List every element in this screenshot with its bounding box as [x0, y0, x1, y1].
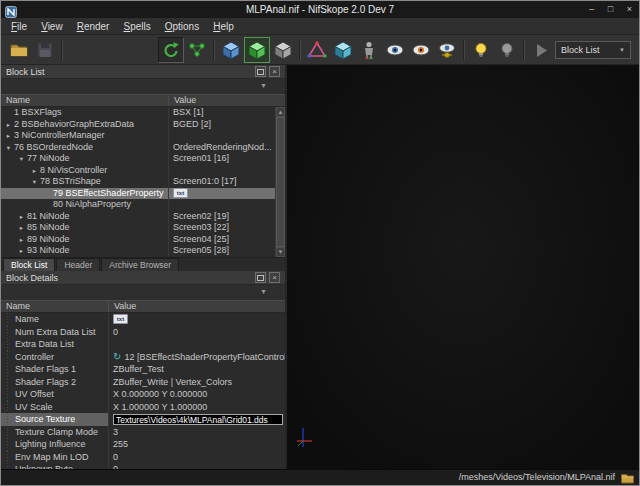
vertex-color-icon[interactable] — [304, 37, 330, 63]
detail-row[interactable]: Controller↻12 [BSEffectShaderPropertyFlo… — [1, 351, 285, 364]
scrollbar-thumb[interactable] — [276, 117, 285, 247]
detail-name-cell[interactable]: UV Scale — [1, 401, 109, 414]
3d-viewport[interactable] — [287, 65, 639, 469]
eye-highlight-icon[interactable] — [408, 37, 434, 63]
cube-green-view-icon[interactable] — [244, 37, 270, 63]
block-list-scrollbar[interactable]: ▲ ▼ — [275, 107, 285, 257]
detail-row[interactable]: Texture Clamp Mode3 — [1, 426, 285, 439]
block-list-row[interactable]: ▸93 NiNodeScreen05 [28] — [1, 245, 285, 257]
detail-name-cell[interactable]: Controller — [1, 351, 109, 364]
block-list-row[interactable]: 80 NiAlphaProperty — [1, 199, 285, 211]
column-header-name[interactable]: Name — [1, 95, 169, 106]
detail-name-cell[interactable]: Shader Flags 1 — [1, 363, 109, 376]
menu-view[interactable]: View — [34, 20, 70, 33]
detail-row[interactable]: UV OffsetX 0.000000 Y 0.000000 — [1, 388, 285, 401]
block-list-row[interactable]: ▸2 BSBehaviorGraphExtraDataBGED [2] — [1, 119, 285, 131]
close-button[interactable]: × — [620, 2, 639, 17]
expand-arrow-icon[interactable]: ▸ — [3, 119, 14, 131]
expand-arrow-icon[interactable]: ▸ — [3, 130, 14, 142]
menu-help[interactable]: Help — [206, 20, 241, 33]
menu-file[interactable]: File — [4, 20, 34, 33]
column-header-value[interactable]: Value — [109, 301, 285, 312]
detail-value-cell[interactable]: X 0.000000 Y 0.000000 — [109, 388, 285, 401]
detail-row[interactable]: Source TextureTextures\Videos\4k\MLPAnal… — [1, 413, 285, 426]
titlebar[interactable]: MLPAnal.nif - NifSkope 2.0 Dev 7 – □ × — [1, 1, 639, 18]
expand-arrow-icon[interactable]: ▸ — [16, 222, 27, 234]
tab-block-list[interactable]: Block List — [3, 258, 55, 271]
reset-view-icon[interactable] — [158, 37, 184, 63]
column-header-value[interactable]: Value — [169, 95, 285, 106]
collapse-arrow-icon[interactable]: ▾ — [16, 153, 27, 165]
detail-value-cell[interactable]: X 1.000000 Y 1.000000 — [109, 401, 285, 414]
detail-name-cell[interactable]: Texture Clamp Mode — [1, 426, 109, 439]
detail-name-cell[interactable]: Num Extra Data List — [1, 326, 109, 339]
minimize-button[interactable]: – — [582, 2, 601, 17]
block-list-row[interactable]: ▾76 BSOrderedNodeOrderedRenderingNod... — [1, 142, 285, 154]
block-list-row[interactable]: ▸8 NiVisController — [1, 165, 285, 177]
block-details-panel-header[interactable]: Block Details × — [1, 271, 285, 285]
detail-row[interactable]: Num Extra Data List0 — [1, 326, 285, 339]
block-list-row[interactable]: ▸81 NiNodeScreen02 [19] — [1, 211, 285, 223]
chevron-down-icon[interactable]: ▼ — [260, 288, 267, 296]
detail-row[interactable]: Nametxt — [1, 313, 285, 326]
eye-settings-icon[interactable] — [434, 37, 460, 63]
detail-row[interactable]: Env Map Min LOD0 — [1, 451, 285, 464]
detail-name-cell[interactable]: Name — [1, 313, 109, 326]
scroll-down-icon[interactable]: ▼ — [276, 247, 285, 257]
block-details-columns[interactable]: Name Value — [1, 300, 285, 313]
light-on-icon[interactable] — [468, 37, 494, 63]
chevron-down-icon[interactable]: ▼ — [260, 82, 267, 90]
scene-graph-icon[interactable] — [184, 37, 210, 63]
block-list-row[interactable]: ▸89 NiNodeScreen04 [25] — [1, 234, 285, 246]
detail-row[interactable]: Shader Flags 1ZBuffer_Test — [1, 363, 285, 376]
save-file-icon[interactable] — [32, 37, 58, 63]
detail-value-cell[interactable]: 0 — [109, 451, 285, 464]
float-panel-icon[interactable] — [255, 66, 266, 77]
detail-name-cell[interactable]: Shader Flags 2 — [1, 376, 109, 389]
detail-value-cell[interactable]: 3 — [109, 426, 285, 439]
detail-name-cell[interactable]: Env Map Min LOD — [1, 451, 109, 464]
detail-row[interactable]: Extra Data List — [1, 338, 285, 351]
block-list-row[interactable]: ▾78 BSTriShapeScreen01:0 [17] — [1, 176, 285, 188]
cube-blue-view-icon[interactable] — [218, 37, 244, 63]
block-list-columns[interactable]: Name Value — [1, 94, 285, 107]
folder-icon[interactable] — [621, 472, 634, 486]
cube-gray-view-icon[interactable] — [270, 37, 296, 63]
close-panel-icon[interactable]: × — [269, 272, 280, 283]
detail-name-cell[interactable]: Lighting Influence — [1, 438, 109, 451]
tab-archive-browser[interactable]: Archive Browser — [101, 258, 179, 271]
detail-value-cell[interactable]: Textures\Videos\4k\MLPAnal\Grid01.dds — [109, 413, 285, 426]
detail-row[interactable]: UV ScaleX 1.000000 Y 1.000000 — [1, 401, 285, 414]
menu-options[interactable]: Options — [158, 20, 206, 33]
detail-value-cell[interactable] — [109, 338, 285, 351]
tab-header[interactable]: Header — [56, 258, 100, 271]
textures-cube-icon[interactable] — [330, 37, 356, 63]
collapse-arrow-icon[interactable]: ▾ — [3, 142, 14, 154]
block-list-row[interactable]: ▸3 NiControllerManager — [1, 130, 285, 142]
block-list-row[interactable]: 1 BSXFlagsBSX [1] — [1, 107, 285, 119]
close-panel-icon[interactable]: × — [269, 66, 280, 77]
detail-name-cell[interactable]: Source Texture — [1, 413, 109, 426]
scroll-up-icon[interactable]: ▲ — [276, 107, 285, 117]
detail-value-cell[interactable]: ZBuffer_Test — [109, 363, 285, 376]
block-list-row[interactable]: ▸85 NiNodeScreen03 [22] — [1, 222, 285, 234]
detail-value-cell[interactable]: 0 — [109, 326, 285, 339]
block-list-row[interactable]: ▾77 NiNodeScreen01 [16] — [1, 153, 285, 165]
float-panel-icon[interactable] — [255, 272, 266, 283]
detail-name-cell[interactable]: UV Offset — [1, 388, 109, 401]
detail-value-cell[interactable]: ZBuffer_Write | Vertex_Colors — [109, 376, 285, 389]
block-list-panel-header[interactable]: Block List × — [1, 65, 285, 79]
block-list-row[interactable]: 79 BSEffectShaderPropertytxt — [1, 188, 285, 200]
column-header-name[interactable]: Name — [1, 301, 109, 312]
detail-value-cell[interactable]: txt — [109, 313, 285, 326]
value-edit-field[interactable]: Textures\Videos\4k\MLPAnal\Grid01.dds — [113, 414, 283, 425]
menu-render[interactable]: Render — [70, 20, 117, 33]
skeleton-icon[interactable] — [356, 37, 382, 63]
expand-arrow-icon[interactable]: ▸ — [16, 234, 27, 246]
menu-spells[interactable]: Spells — [116, 20, 157, 33]
light-off-icon[interactable] — [494, 37, 520, 63]
maximize-button[interactable]: □ — [601, 2, 620, 17]
detail-row[interactable]: Lighting Influence255 — [1, 438, 285, 451]
detail-value-cell[interactable]: 255 — [109, 438, 285, 451]
block-list-combo[interactable]: Block List ▼ — [555, 41, 631, 59]
